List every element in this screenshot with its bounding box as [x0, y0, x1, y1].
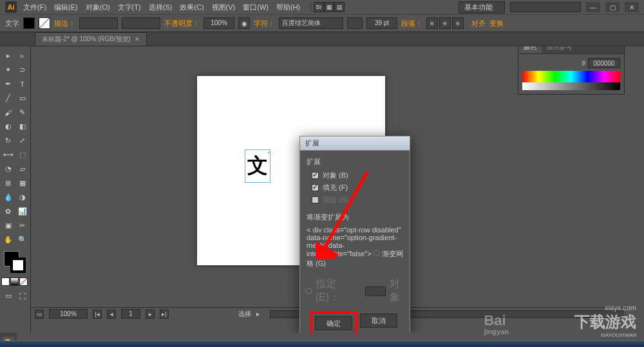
minimize-button[interactable]: —: [586, 2, 600, 12]
slice-tool[interactable]: ✂: [15, 219, 29, 232]
zoom-out-icon[interactable]: ▭: [35, 310, 44, 319]
align-center-icon[interactable]: ≡: [439, 17, 451, 29]
stroke-swatch[interactable]: [39, 17, 50, 29]
rectangle-tool[interactable]: ▭: [15, 91, 29, 105]
gradient-tool[interactable]: ▦: [15, 176, 29, 190]
lasso-tool[interactable]: ⊃: [15, 63, 29, 77]
menu-edit[interactable]: 编辑(E): [54, 3, 78, 12]
fill-stroke-swatches[interactable]: [4, 251, 27, 274]
help-search-input[interactable]: [510, 2, 581, 12]
color-mode-none[interactable]: [19, 277, 28, 286]
recolor-icon[interactable]: ◉: [238, 17, 250, 29]
transform-link[interactable]: 变换: [489, 19, 504, 28]
paintbrush-tool[interactable]: 🖌: [1, 106, 15, 119]
os-taskbar: [0, 341, 644, 347]
arrange-icon[interactable]: ▦: [324, 2, 334, 12]
align-link[interactable]: 对齐: [471, 19, 486, 28]
hand-tool[interactable]: ✋: [1, 233, 15, 247]
menu-file[interactable]: 文件(F): [23, 3, 46, 12]
color-panel-tab-color[interactable]: 颜色: [518, 46, 542, 53]
pencil-tool[interactable]: ✎: [15, 106, 29, 119]
menu-text[interactable]: 文字(T): [118, 3, 141, 12]
hue-spectrum[interactable]: [522, 71, 620, 82]
menu-effect[interactable]: 效果(C): [180, 3, 204, 12]
stroke-link[interactable]: 描边：: [54, 19, 75, 28]
tab-close-icon[interactable]: ✕: [135, 36, 140, 42]
color-panel-tab-guide[interactable]: 颜色参考: [542, 46, 578, 53]
option-fill[interactable]: 填充 (F): [312, 183, 403, 192]
selection-tool[interactable]: ▸: [1, 49, 15, 62]
paragraph-link[interactable]: 段落：: [401, 19, 422, 28]
rotate-tool[interactable]: ↻: [1, 134, 15, 147]
graph-tool[interactable]: 📊: [15, 205, 29, 218]
cancel-button[interactable]: 取消: [360, 314, 397, 328]
align-right-icon[interactable]: ≡: [452, 17, 464, 29]
screen-mode-full[interactable]: ⛶: [15, 289, 29, 303]
perspective-tool[interactable]: ▱: [15, 162, 29, 176]
option-object[interactable]: 对象 (B): [312, 171, 403, 180]
prev-artboard-button[interactable]: ◂: [107, 310, 116, 319]
hex-input[interactable]: [588, 58, 620, 68]
hint-dropdown-arrow[interactable]: ▸: [256, 310, 260, 317]
fill-swatch[interactable]: [23, 17, 35, 29]
first-artboard-button[interactable]: |◂: [93, 310, 102, 319]
checkbox-stroke: [312, 196, 319, 203]
screen-mode-normal[interactable]: ▭: [1, 289, 15, 303]
color-mode-fill[interactable]: [1, 277, 10, 286]
mesh-tool[interactable]: ⊞: [1, 176, 15, 190]
artboard-number[interactable]: 1: [121, 309, 140, 319]
free-transform-tool[interactable]: ⬚: [15, 148, 29, 162]
align-left-icon[interactable]: ≡: [426, 17, 438, 29]
type-tool[interactable]: T: [15, 77, 29, 91]
artboard-tool[interactable]: ▣: [1, 219, 15, 232]
width-tool[interactable]: ⟷: [1, 148, 15, 162]
canvas-area[interactable]: 文 颜色 颜色参考 # 扩展: [31, 46, 644, 333]
menu-window[interactable]: 窗口(W): [243, 3, 269, 12]
close-button[interactable]: ✕: [625, 2, 639, 12]
eraser-tool[interactable]: ◧: [15, 120, 29, 133]
color-mode-gradient[interactable]: [10, 277, 19, 286]
font-family-dropdown[interactable]: 百度综艺简体: [279, 17, 343, 29]
stroke-weight-dropdown[interactable]: [79, 17, 118, 29]
opacity-link[interactable]: 不透明度：: [164, 19, 200, 28]
next-artboard-button[interactable]: ▸: [146, 310, 155, 319]
panel-stroke-swatch[interactable]: [534, 59, 543, 68]
stroke-style-dropdown[interactable]: [122, 17, 160, 29]
checkbox-fill[interactable]: [312, 184, 319, 191]
font-size-dropdown[interactable]: 39 pt: [366, 17, 397, 29]
eyedropper-tool[interactable]: 💧: [1, 191, 15, 204]
grid-icon[interactable]: ▤: [334, 2, 345, 12]
opacity-value[interactable]: 100%: [204, 17, 234, 29]
panel-fill-swatch[interactable]: [522, 59, 531, 68]
symbol-sprayer-tool[interactable]: ✿: [1, 205, 15, 218]
bridge-icon[interactable]: Br: [314, 2, 324, 12]
blend-tool[interactable]: ◑: [15, 191, 29, 204]
text-object[interactable]: 文: [247, 152, 268, 180]
option-specify: 指定 (E)： 对象: [305, 277, 410, 305]
checkbox-object[interactable]: [312, 172, 319, 179]
line-tool[interactable]: ╱: [1, 91, 15, 105]
menu-help[interactable]: 帮助(H): [276, 3, 300, 12]
direct-selection-tool[interactable]: ▹: [15, 49, 29, 62]
menu-view[interactable]: 视图(V): [212, 3, 236, 12]
shape-builder-tool[interactable]: ◔: [1, 162, 15, 176]
zoom-tool[interactable]: 🔍: [15, 233, 29, 247]
menubar: Ai 文件(F) 编辑(E) 对象(O) 文字(T) 选择(S) 效果(C) 视…: [0, 0, 644, 14]
workspace-dropdown[interactable]: 基本功能: [459, 1, 505, 14]
ok-button[interactable]: 确定: [315, 316, 352, 330]
stroke-color-swatch[interactable]: [10, 258, 26, 273]
font-style-dropdown[interactable]: [347, 17, 363, 29]
document-tab[interactable]: 未标题-2* @ 100% (RGB/预览) ✕: [35, 32, 147, 46]
option-stroke: 描边 (S): [312, 195, 403, 205]
magic-wand-tool[interactable]: ✦: [1, 63, 15, 77]
pen-tool[interactable]: ✒: [1, 77, 15, 91]
maximize-button[interactable]: ▢: [605, 2, 620, 12]
menu-object[interactable]: 对象(O): [86, 3, 110, 12]
value-spectrum[interactable]: [522, 82, 620, 90]
last-artboard-button[interactable]: ▸|: [160, 310, 169, 319]
zoom-dropdown[interactable]: 100%: [49, 309, 88, 319]
scale-tool[interactable]: ⤢: [15, 134, 29, 147]
character-link[interactable]: 字符：: [254, 19, 275, 28]
blob-brush-tool[interactable]: ◐: [1, 120, 15, 133]
menu-select[interactable]: 选择(S): [149, 3, 173, 12]
